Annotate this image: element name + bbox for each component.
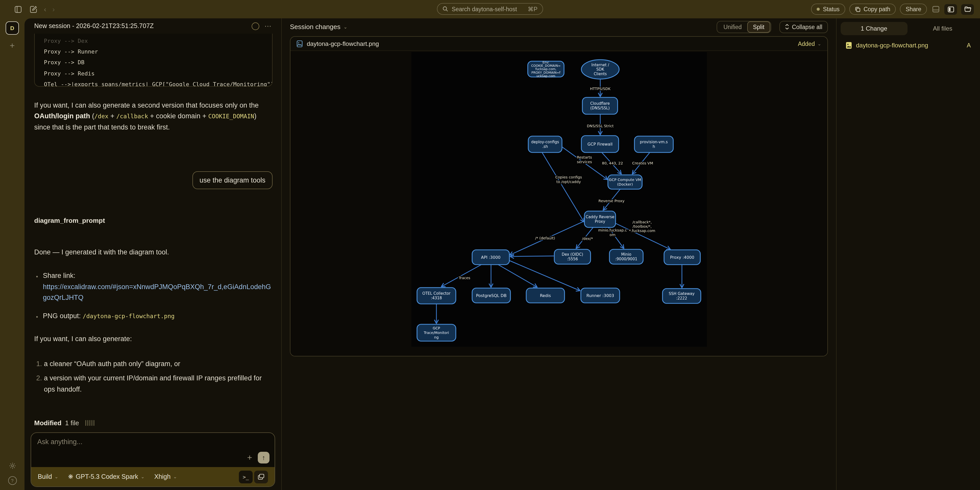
flowchart-edge-label: minio.fucksap.com xyxy=(598,228,627,236)
collapse-all-button[interactable]: Collapse all xyxy=(779,21,828,33)
modified-label: Modified xyxy=(34,418,62,428)
text-segment-code: COOKIE_DOMAIN xyxy=(208,113,254,120)
sidebar-toggle-icon[interactable] xyxy=(13,5,22,14)
new-workspace-icon[interactable]: + xyxy=(10,41,15,50)
text-segment-code: /dex xyxy=(94,113,108,120)
flowchart-node-label: Redis xyxy=(539,293,550,298)
workspace-avatar[interactable]: D xyxy=(6,21,19,35)
generate-option: a cleaner “OAuth auth path only” diagram… xyxy=(44,358,272,369)
chevron-down-icon: ⌄ xyxy=(173,474,177,479)
app-window: ‹ › Search daytona-self-host ⌘P Status C… xyxy=(0,0,980,490)
session-title: New session - 2026-02-21T23:51:25.707Z xyxy=(34,22,154,30)
back-icon[interactable]: ‹ xyxy=(44,6,46,13)
text-segment-code: /daytona-gcp-flowchart.png xyxy=(83,313,175,320)
flowchart-edge-label: DNS/SSL Strict xyxy=(587,124,614,128)
chevron-down-icon: ⌄ xyxy=(55,474,59,479)
collapse-all-label: Collapse all xyxy=(792,24,822,30)
text-segment-t: If you want, I can also generate a secon… xyxy=(34,102,259,109)
openai-logo-icon: ❋ xyxy=(68,474,73,480)
code-line: Proxy --> DB xyxy=(44,57,265,68)
rows-layout-icon[interactable] xyxy=(931,5,940,14)
file-name: daytona-gcp-flowchart.png xyxy=(856,42,928,49)
new-session-icon[interactable] xyxy=(29,5,38,14)
send-button[interactable]: ↑ xyxy=(258,452,269,463)
composer-input[interactable]: Ask anything... + ↑ xyxy=(31,433,275,467)
left-rail: D + ? xyxy=(0,18,24,490)
text-segment-t: PNG output: xyxy=(43,312,83,320)
copy-path-button[interactable]: Copy path xyxy=(850,3,896,15)
flowchart-edge-label: Restartsservices xyxy=(576,155,592,164)
flowchart-edge-label: Traces xyxy=(458,276,470,280)
view-mode-toggle: Unified Split xyxy=(717,21,771,33)
tab-all-files[interactable]: All files xyxy=(909,22,976,35)
model-dropdown[interactable]: ❋ GPT-5.3 Codex Spark ⌄ xyxy=(68,473,145,480)
modified-summary[interactable]: Modified 1 file xyxy=(34,418,272,428)
diff-header: Session changes ⌄ Unified Split Collapse… xyxy=(282,18,836,35)
file-status-dropdown[interactable]: Added ⌄ xyxy=(798,41,821,47)
settings-gear-icon[interactable] xyxy=(8,462,16,469)
forward-icon[interactable]: › xyxy=(52,6,55,13)
flowchart-node-label: PostgreSQL DB xyxy=(476,293,506,298)
diff-bars-icon xyxy=(85,420,94,426)
assistant-done-line: Done — I generated it with the diagram t… xyxy=(34,247,272,257)
content-area: New session - 2026-02-21T23:51:25.707Z ⋯… xyxy=(24,18,980,490)
chat-panel: New session - 2026-02-21T23:51:25.707Z ⋯… xyxy=(24,18,282,490)
user-message-bubble: use the diagram tools xyxy=(192,171,272,189)
text-segment-b: OAuth/login path xyxy=(34,113,90,120)
generate-option: a version with your current IP/domain an… xyxy=(44,373,272,395)
effort-dropdown[interactable]: Xhigh ⌄ xyxy=(154,473,177,480)
chevron-down-icon: ⌄ xyxy=(141,474,145,479)
split-tab[interactable]: Split xyxy=(747,21,770,32)
generate-intro: If you want, I can also generate: xyxy=(34,333,272,344)
flowchart-node-label: Runner :3003 xyxy=(586,293,614,298)
diff-title[interactable]: Session changes xyxy=(290,23,340,30)
composer-actions: + ↑ xyxy=(247,452,269,463)
files-tabs: 1 Change All files xyxy=(837,22,980,35)
status-button[interactable]: Status xyxy=(811,3,845,15)
chat-header: New session - 2026-02-21T23:51:25.707Z ⋯ xyxy=(24,18,281,34)
flowchart-edge-label: /* (default) xyxy=(535,236,555,240)
text-segment-t: Share link: xyxy=(43,272,76,280)
attach-plus-icon[interactable]: + xyxy=(247,453,252,462)
flowchart-edge xyxy=(510,256,554,257)
flowchart-edge xyxy=(441,265,481,287)
terminal-button[interactable]: >_ xyxy=(239,470,253,483)
flowchart-edge-label: Reverse Proxy xyxy=(598,199,624,203)
search-input[interactable]: Search daytona-self-host ⌘P xyxy=(437,3,543,15)
status-dot-icon xyxy=(817,8,820,11)
tool-call-name[interactable]: diagram_from_prompt xyxy=(34,215,272,226)
share-button[interactable]: Share xyxy=(900,3,927,15)
search-placeholder: Search daytona-self-host xyxy=(452,6,517,12)
code-line: Proxy --> Dex xyxy=(44,36,265,46)
file-status-label: Added xyxy=(798,41,815,47)
panel-toggle-icon[interactable] xyxy=(944,4,957,14)
multi-window-button[interactable] xyxy=(254,470,268,483)
mode-dropdown[interactable]: Build ⌄ xyxy=(38,473,59,480)
file-change-header[interactable]: daytona-gcp-flowchart.png Added ⌄ xyxy=(290,37,827,51)
file-list-item[interactable]: daytona-gcp-flowchart.png A xyxy=(837,42,980,49)
text-segment-link[interactable]: https://excalidraw.com/#json=xNnwdPJMQoP… xyxy=(43,283,271,301)
code-line: Proxy --> Runner xyxy=(44,46,265,57)
share-link-item[interactable]: Share link: https://excalidraw.com/#json… xyxy=(43,271,272,303)
effort-label: Xhigh xyxy=(154,473,170,480)
diff-panel: Session changes ⌄ Unified Split Collapse… xyxy=(282,18,836,490)
tab-changes[interactable]: 1 Change xyxy=(841,22,907,35)
image-file-icon xyxy=(846,42,852,49)
folder-icon[interactable] xyxy=(961,4,974,14)
help-icon[interactable]: ? xyxy=(8,476,17,485)
mode-label: Build xyxy=(38,473,52,480)
text-segment-t: ( xyxy=(90,113,94,120)
session-spinner-icon xyxy=(251,22,259,30)
generate-options-list: a cleaner “OAuth auth path only” diagram… xyxy=(34,358,272,395)
assistant-paragraph: If you want, I can also generate a secon… xyxy=(34,100,272,133)
session-menu-icon[interactable]: ⋯ xyxy=(264,22,272,30)
image-preview-area: HTTPS/SDKDNS/SSL Strict80, 443, 22Create… xyxy=(290,51,827,356)
composer-placeholder: Ask anything... xyxy=(37,438,83,446)
flowchart-svg: HTTPS/SDKDNS/SSL Strict80, 443, 22Create… xyxy=(411,52,707,347)
unified-tab[interactable]: Unified xyxy=(718,21,748,32)
text-segment-t: + cookie domain + xyxy=(148,113,208,120)
code-block: Proxy --> DexProxy --> RunnerProxy --> D… xyxy=(34,34,272,87)
text-segment-code: /callback xyxy=(116,113,148,120)
chat-messages[interactable]: Proxy --> DexProxy --> RunnerProxy --> D… xyxy=(24,34,281,428)
main-shell: D + ? New session - 2026-02-21T23:51:25.… xyxy=(0,18,980,490)
